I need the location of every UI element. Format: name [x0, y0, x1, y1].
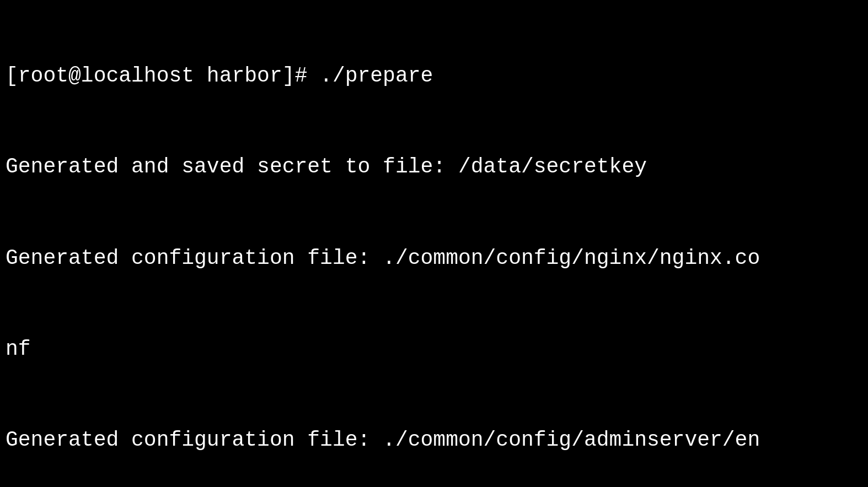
output-line-2b: nf [6, 334, 868, 364]
prompt-line: [root@localhost harbor]# ./prepare [6, 61, 868, 91]
terminal-window: [root@localhost harbor]# ./prepare Gener… [0, 0, 868, 487]
output-line-2: Generated configuration file: ./common/c… [6, 243, 868, 273]
output-line-1: Generated and saved secret to file: /dat… [6, 151, 868, 182]
terminal-content: [root@localhost harbor]# ./prepare Gener… [0, 0, 868, 487]
output-line-3: Generated configuration file: ./common/c… [6, 425, 868, 455]
